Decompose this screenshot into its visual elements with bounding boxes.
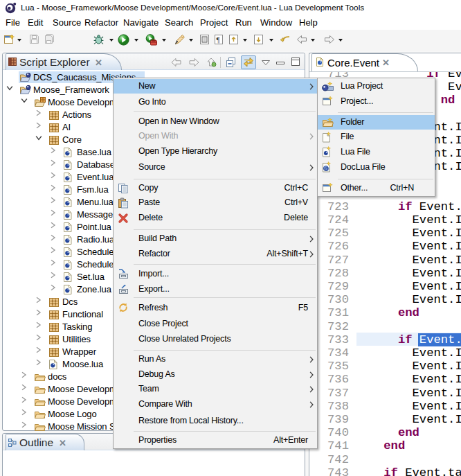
svg-text:@: @: [324, 166, 329, 172]
svg-text:¶: ¶: [217, 35, 220, 44]
